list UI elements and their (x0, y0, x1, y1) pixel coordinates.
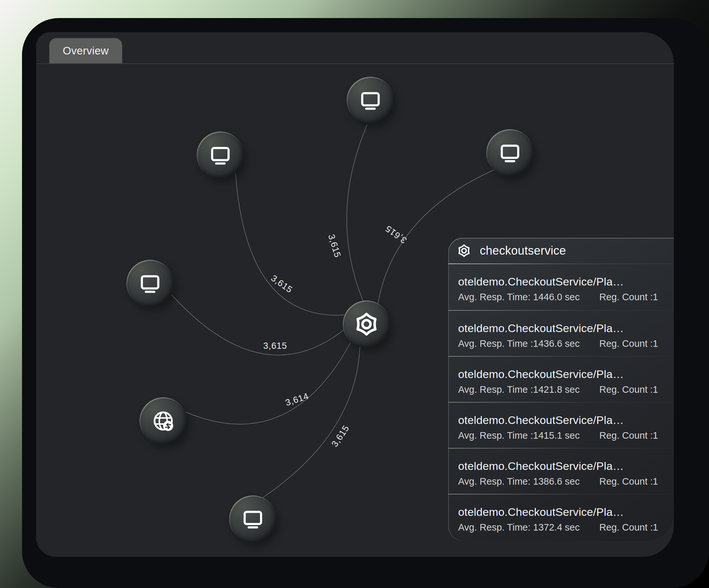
graph-node-client[interactable] (197, 132, 244, 179)
graph-node-client[interactable] (126, 260, 174, 307)
graph-node-client[interactable] (487, 129, 534, 176)
endpoint-row[interactable]: oteldemo.CheckoutService/Pla… Avg. Resp.… (448, 448, 674, 494)
avg-resp-time: Avg. Resp. Time: 1372.4 sec (458, 522, 580, 533)
endpoint-name: oteldemo.CheckoutService/Pla… (458, 275, 658, 288)
reg-count: Reg. Count :1 (599, 522, 658, 533)
monitor-icon (357, 87, 384, 114)
gear-icon (351, 309, 382, 340)
endpoint-row[interactable]: oteldemo.CheckoutService/Pla… Avg. Resp.… (448, 402, 674, 448)
graph-node-client[interactable] (347, 77, 394, 124)
endpoint-row[interactable]: oteldemo.CheckoutService/Pla… Avg. Resp.… (448, 310, 674, 356)
device-frame: Overview 3,615 3,615 3,615 3,615 3,614 3… (22, 18, 709, 588)
graph-edge (172, 295, 345, 355)
endpoint-row[interactable]: oteldemo.CheckoutService/Pla… Avg. Resp.… (448, 494, 674, 540)
endpoint-name: oteldemo.CheckoutService/Pla… (458, 368, 658, 381)
graph-node-web[interactable] (139, 397, 187, 445)
edge-count-label: 3,614 (284, 391, 310, 408)
endpoint-row[interactable]: oteldemo.CheckoutService/Pla… Avg. Resp.… (448, 264, 674, 310)
endpoint-name: oteldemo.CheckoutService/Pla… (458, 414, 658, 426)
globe-icon (149, 407, 178, 436)
avg-resp-time: Avg. Resp. Time: 1386.6 sec (458, 476, 580, 487)
avg-resp-time: Avg. Resp. Time :1436.6 sec (458, 338, 580, 349)
endpoint-name: oteldemo.CheckoutService/Pla… (458, 460, 658, 473)
graph-edge (347, 125, 367, 301)
reg-count: Reg. Count :1 (599, 430, 658, 441)
edge-count-label: 3,615 (263, 341, 287, 351)
graph-node-checkoutservice[interactable] (343, 301, 390, 348)
monitor-icon (136, 270, 164, 297)
endpoint-name: oteldemo.CheckoutService/Pla… (458, 506, 658, 519)
app-screen: Overview 3,615 3,615 3,615 3,615 3,614 3… (36, 32, 674, 557)
edge-count-label: 3,615 (384, 223, 409, 246)
gear-icon (455, 242, 473, 259)
reg-count: Reg. Count :1 (599, 384, 658, 395)
graph-edge (262, 346, 360, 498)
monitor-icon (207, 141, 234, 169)
panel-title: checkoutservice (480, 244, 566, 258)
panel-header: checkoutservice (448, 238, 674, 264)
avg-resp-time: Avg. Resp. Time :1421.8 sec (458, 384, 580, 395)
reg-count: Reg. Count :1 (599, 338, 658, 349)
endpoint-row[interactable]: oteldemo.CheckoutService/Pla… Avg. Resp.… (448, 356, 674, 402)
monitor-icon (496, 139, 524, 167)
edge-count-label: 3,615 (326, 233, 343, 258)
avg-resp-time: Avg. Resp. Time :1415.1 sec (458, 430, 580, 441)
reg-count: Reg. Count :1 (599, 476, 658, 487)
avg-resp-time: Avg. Resp. Time: 1446.0 sec (458, 292, 580, 303)
edge-count-label: 3,615 (269, 273, 294, 295)
graph-edge (235, 173, 344, 315)
graph-edge (186, 343, 350, 424)
graph-node-client[interactable] (229, 496, 277, 543)
service-detail-panel: checkoutservice oteldemo.CheckoutService… (448, 238, 674, 541)
monitor-icon (239, 505, 267, 533)
reg-count: Reg. Count :1 (599, 292, 658, 303)
endpoint-name: oteldemo.CheckoutService/Pla… (458, 322, 658, 335)
device-background: Overview 3,615 3,615 3,615 3,615 3,614 3… (0, 0, 709, 588)
edge-count-label: 3,615 (330, 423, 351, 449)
